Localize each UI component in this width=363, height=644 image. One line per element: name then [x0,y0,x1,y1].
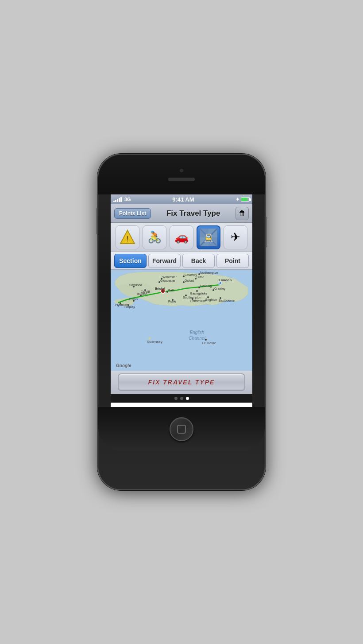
svg-text:🚊: 🚊 [204,233,214,242]
home-button-icon [177,425,186,434]
trash-button[interactable]: 🗑 [236,207,249,220]
status-bar: 3G 9:41 AM ✦ [111,194,252,204]
transport-cycling[interactable]: 🚴 [143,225,166,249]
svg-point-13 [162,290,164,292]
nav-title: Fix Travel Type [166,209,220,218]
tab-point[interactable]: Point [216,254,249,268]
transport-walking[interactable]: ! [116,225,139,249]
battery-icon [241,197,250,202]
svg-text:Reading: Reading [200,284,212,288]
svg-text:Poole: Poole [168,300,176,303]
nav-bar: Points List Fix Travel Type 🗑 [111,204,252,223]
section-tabs: Section Forward Back Point [111,252,252,270]
transport-driving[interactable]: 🚗 [170,225,193,249]
speaker [168,178,195,181]
svg-text:Worcester: Worcester [162,275,177,279]
svg-text:Portsmouth: Portsmouth [190,299,206,303]
screen: 3G 9:41 AM ✦ Points List Fix Travel Type… [111,194,252,407]
carrier-label: 3G [124,197,131,202]
status-right: ✦ [236,197,250,202]
svg-text:Northampton: Northampton [200,271,218,275]
bottom-bezel [98,407,265,451]
tab-forward[interactable]: Forward [148,254,181,268]
camera [180,169,183,172]
driving-icon: 🚗 [174,230,189,244]
svg-text:!: ! [127,235,128,243]
svg-text:Eastbourne: Eastbourne [219,299,235,302]
bluetooth-icon: ✦ [236,197,239,202]
svg-point-67 [218,283,220,285]
svg-text:Oxford: Oxford [185,279,194,282]
transport-bar: ! 🚴 🚗 🚊 [111,223,252,252]
status-left: 3G [113,197,131,202]
svg-text:Channel: Channel [189,336,205,341]
page-dots [111,394,252,403]
svg-text:Basingstoke: Basingstoke [190,292,207,295]
transport-flying[interactable]: ✈ [224,225,247,249]
walking-icon: ! [120,229,135,245]
svg-text:Bath: Bath [168,289,175,292]
bar4 [119,198,120,202]
fix-btn-container: FIX TRAVEL TYPE [111,371,252,394]
phone-device: 3G 9:41 AM ✦ Points List Fix Travel Type… [97,154,266,490]
top-bezel [98,155,265,194]
map-view[interactable]: Worcester Coventry Northampton Glouceste… [111,270,252,371]
svg-text:Coventry: Coventry [185,273,197,277]
status-time: 9:41 AM [172,196,194,203]
svg-text:Le Havre: Le Havre [202,341,216,345]
svg-point-63 [205,339,207,341]
transport-train[interactable]: 🚊 [197,225,220,249]
svg-text:Gloucester: Gloucester [160,279,176,282]
map-svg: Worcester Coventry Northampton Glouceste… [111,270,252,371]
svg-text:English: English [190,330,205,335]
signal-bars [113,197,122,202]
svg-text:Taunton: Taunton [136,292,147,295]
trash-icon: 🗑 [239,209,246,217]
svg-text:Guernsey: Guernsey [147,340,162,344]
svg-text:Google: Google [116,363,131,368]
svg-text:Bristol: Bristol [155,287,165,290]
cycling-icon: 🚴 [147,230,162,244]
svg-text:Brighton: Brighton [205,298,217,302]
bar1 [113,201,115,202]
back-button[interactable]: Points List [114,208,151,219]
page-dot-2 [186,397,189,400]
flying-icon: ✈ [231,230,240,244]
svg-text:Crawley: Crawley [214,287,226,291]
svg-text:Exeter: Exeter [129,298,139,301]
page-dot-0 [174,397,178,400]
svg-text:Torquay: Torquay [124,305,135,309]
tab-back[interactable]: Back [182,254,215,268]
svg-text:Luton: Luton [197,275,205,279]
page-dot-1 [180,397,183,400]
svg-text:Swansea: Swansea [129,283,142,287]
home-button[interactable] [170,417,193,441]
bar2 [115,200,116,202]
bar3 [117,199,118,202]
tab-section[interactable]: Section [114,254,147,268]
battery-fill [241,198,247,201]
fix-travel-type-button[interactable]: FIX TRAVEL TYPE [118,373,245,391]
train-icon: 🚊 [200,229,217,246]
bar5 [120,197,122,202]
